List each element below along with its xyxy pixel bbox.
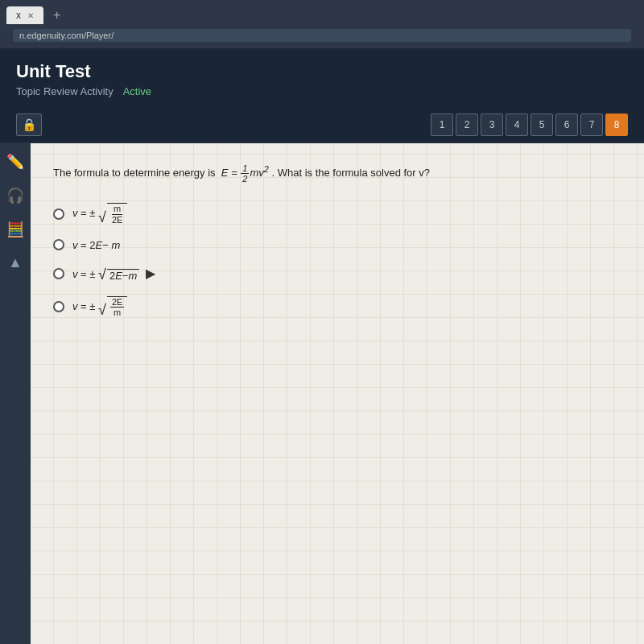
active-tab[interactable]: x ✕ [6, 6, 43, 24]
option-b-text: v = 2E− m [72, 239, 120, 251]
address-bar-row: n.edgenuity.com/Player/ [0, 26, 644, 45]
sqrt-content-d: 2E m [107, 296, 127, 317]
arrow-up-icon[interactable]: ▲ [8, 254, 23, 271]
question-btn-4[interactable]: 4 [506, 114, 528, 136]
sqrt-symbol-c: √ [98, 267, 106, 282]
new-tab-button[interactable]: + [47, 5, 67, 26]
question-text: The formula to determine energy is E = 1… [53, 163, 621, 184]
sqrt-symbol-d: √ [98, 303, 106, 317]
option-d-text: v = ± √ 2E m [72, 296, 127, 317]
option-a[interactable]: v = ± √ m 2E [53, 203, 621, 224]
option-c[interactable]: v = ± √ 2E− m ▶ [53, 266, 621, 283]
option-c-text: v = ± √ 2E− m ▶ [72, 266, 155, 283]
page-title: Unit Test [16, 61, 628, 82]
app-subtitle: Topic Review Activity Active [16, 85, 628, 107]
option-a-text: v = ± √ m 2E [72, 203, 127, 224]
browser-chrome: x ✕ + n.edgenuity.com/Player/ [0, 0, 644, 48]
question-formula: E = 12mv2 [218, 167, 271, 179]
subtitle-label: Topic Review Activity [16, 85, 114, 97]
content-area: The formula to determine energy is E = 1… [31, 143, 644, 644]
radio-a[interactable] [53, 208, 64, 220]
question-btn-2[interactable]: 2 [456, 114, 478, 136]
app-header: Unit Test Topic Review Activity Active [0, 48, 644, 107]
lock-icon: 🔒 [22, 118, 37, 132]
left-sidebar: ✏️ 🎧 🧮 ▲ [0, 143, 31, 644]
cursor-indicator: ▶ [146, 266, 155, 281]
sqrt-symbol-a: √ [98, 210, 106, 225]
calculator-icon[interactable]: 🧮 [6, 221, 24, 238]
option-b[interactable]: v = 2E− m [53, 239, 621, 251]
question-btn-6[interactable]: 6 [555, 114, 578, 136]
question-btn-5[interactable]: 5 [530, 114, 553, 136]
sqrt-content-a: m 2E [107, 203, 127, 224]
status-badge: Active [123, 85, 151, 97]
sqrt-content-c: 2E− m [107, 269, 139, 282]
question-btn-7[interactable]: 7 [580, 114, 603, 136]
radio-d[interactable] [53, 301, 64, 312]
toolbar: 🔒 1 2 3 4 5 6 7 8 [0, 107, 644, 143]
question-number-buttons: 1 2 3 4 5 6 7 8 [431, 114, 628, 136]
main-layout: ✏️ 🎧 🧮 ▲ The formula to determine energy… [0, 143, 644, 644]
question-btn-3[interactable]: 3 [481, 114, 503, 136]
question-btn-1[interactable]: 1 [431, 114, 453, 136]
address-bar[interactable]: n.edgenuity.com/Player/ [13, 29, 631, 42]
radio-c[interactable] [53, 268, 64, 279]
lock-icon-box[interactable]: 🔒 [16, 114, 42, 136]
tab-bar: x ✕ + [0, 0, 644, 26]
question-text-after: . What is the formula solved for v? [271, 167, 430, 179]
headphone-icon[interactable]: 🎧 [6, 187, 24, 204]
tab-title: x [16, 10, 21, 21]
question-btn-8[interactable]: 8 [605, 114, 628, 136]
option-d[interactable]: v = ± √ 2E m [53, 296, 621, 317]
tab-close-icon[interactable]: ✕ [27, 11, 34, 20]
radio-b[interactable] [53, 239, 64, 250]
question-text-before: The formula to determine energy is [53, 167, 216, 179]
pencil-icon[interactable]: ✏️ [6, 153, 24, 171]
